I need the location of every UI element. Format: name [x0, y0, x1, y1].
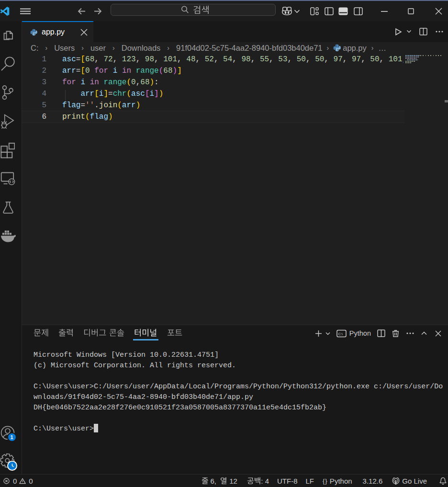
svg-text:C:\: C:\ [338, 332, 343, 336]
